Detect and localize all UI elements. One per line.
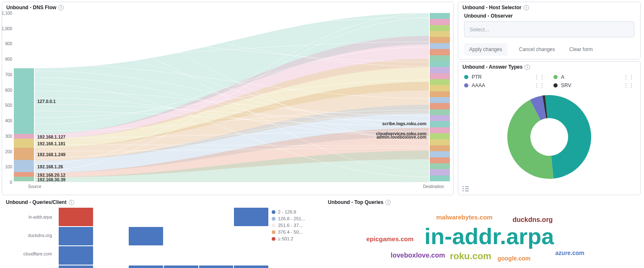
info-icon[interactable]: i	[58, 5, 64, 10]
heatmap-cell[interactable]	[94, 227, 128, 245]
heatmap-cell[interactable]	[129, 265, 163, 268]
heatmap-cell[interactable]	[199, 227, 234, 245]
cancel-changes-button[interactable]: Cancel changes	[517, 46, 558, 53]
sankey-dest-node[interactable]	[430, 115, 450, 121]
sankey-dest-node[interactable]	[430, 109, 450, 115]
qpc-legend-item[interactable]: 126.8 - 251...	[272, 216, 318, 221]
wordcloud-term[interactable]: malwarebytes.com	[436, 214, 492, 221]
legend-item[interactable]: AAAA⋮⋮	[464, 82, 545, 88]
sankey-source-node[interactable]	[14, 134, 34, 139]
info-icon[interactable]: i	[385, 200, 391, 205]
heatmap-cell[interactable]	[94, 246, 128, 265]
legend-item[interactable]: PTR⋮⋮	[464, 74, 545, 80]
heatmap-cell[interactable]	[59, 265, 93, 268]
sankey-source-node[interactable]	[14, 148, 34, 160]
heatmap-cell[interactable]	[129, 246, 163, 265]
qpc-legend-item[interactable]: ≥ 501.2	[272, 236, 318, 241]
sankey-dest-node[interactable]	[430, 31, 450, 37]
wordcloud-term[interactable]: in-addr.arpa	[424, 223, 554, 249]
heatmap-cell[interactable]	[94, 208, 128, 226]
drag-handle-icon[interactable]: ⋮⋮	[623, 82, 634, 88]
info-icon[interactable]: i	[525, 64, 530, 70]
qpc-legend-item[interactable]: 251.6 - 37...	[272, 223, 318, 228]
legend-item[interactable]: SRV⋮⋮	[553, 82, 634, 88]
sankey-dest-node[interactable]	[430, 19, 450, 25]
wordcloud-term[interactable]: duckdns.org	[512, 216, 553, 224]
sankey-source-node[interactable]	[14, 160, 34, 172]
sankey-dest-node[interactable]	[430, 25, 450, 31]
heatmap-cell[interactable]	[59, 208, 93, 226]
info-icon[interactable]: i	[524, 5, 529, 10]
sankey-dest-node[interactable]	[430, 43, 450, 49]
qpc-legend-item[interactable]: 2 - 126.8	[272, 209, 318, 214]
drag-handle-icon[interactable]: ⋮⋮	[534, 82, 545, 88]
legend-dot-icon	[272, 230, 275, 234]
heatmap-cell[interactable]	[234, 227, 268, 245]
sankey-dest-node[interactable]	[430, 169, 450, 175]
sankey-dest-node[interactable]	[430, 157, 450, 163]
heatmap-cell[interactable]	[234, 208, 268, 226]
answer-types-donut[interactable]	[503, 91, 595, 183]
heatmap-cell[interactable]	[129, 208, 163, 226]
sankey-source-node[interactable]	[14, 177, 34, 181]
sankey-source-node[interactable]	[14, 68, 34, 134]
wordcloud-term[interactable]: google.com	[498, 255, 531, 262]
sankey-dest-node[interactable]	[430, 151, 450, 157]
top-queries-wordcloud[interactable]: in-addr.arparoku.comloveboxlove.comduckd…	[328, 206, 638, 260]
sankey-dest-node[interactable]	[430, 85, 450, 91]
heatmap-cell[interactable]	[59, 246, 93, 265]
observer-placeholder: Select...	[470, 26, 489, 33]
clear-form-button[interactable]: Clear form	[567, 46, 595, 53]
wordcloud-term[interactable]: azure.com	[556, 250, 584, 256]
heatmap-cell[interactable]	[199, 208, 234, 226]
sankey-dest-node[interactable]	[430, 121, 450, 127]
heatmap-cell[interactable]	[164, 208, 198, 226]
sankey-dest-node[interactable]	[430, 61, 450, 67]
sankey-dest-node[interactable]	[430, 175, 450, 181]
qpc-legend-item[interactable]: 376.4 - 50...	[272, 229, 318, 234]
sankey-dest-node[interactable]	[430, 67, 450, 73]
sankey-chart[interactable]: 01002003004005006007008009001,0001,100 1…	[14, 13, 450, 188]
sankey-dest-node[interactable]	[430, 55, 450, 61]
sankey-dest-node[interactable]	[430, 127, 450, 133]
sankey-dest-node[interactable]	[430, 79, 450, 85]
y-tick: 600	[5, 88, 12, 92]
heatmap-cell[interactable]	[59, 227, 93, 245]
sankey-dest-node[interactable]	[430, 103, 450, 109]
qpc-heatmap[interactable]	[59, 208, 268, 268]
sankey-dest-node[interactable]	[430, 73, 450, 79]
sankey-dest-node[interactable]	[430, 91, 450, 97]
heatmap-cell[interactable]	[164, 246, 198, 265]
heatmap-cell[interactable]	[234, 265, 268, 268]
heatmap-cell[interactable]	[199, 265, 234, 268]
heatmap-cell[interactable]	[199, 246, 234, 265]
sankey-source-node[interactable]	[14, 172, 34, 177]
observer-select[interactable]: Select...	[464, 21, 634, 37]
heatmap-cell[interactable]	[129, 227, 163, 245]
sankey-source-node[interactable]	[14, 139, 34, 148]
wordcloud-term[interactable]: epicgames.com	[366, 235, 414, 242]
heatmap-cell[interactable]	[164, 227, 198, 245]
sankey-dest-node[interactable]	[430, 37, 450, 43]
sankey-dest-node[interactable]	[430, 145, 450, 151]
wordcloud-term[interactable]: roku.com	[450, 251, 491, 262]
panel-queries-per-client: Unbound - Queries/Client i in-addr.arpad…	[2, 197, 321, 266]
panel-title-text: Unbound - Queries/Client	[6, 199, 67, 205]
sankey-dest-node[interactable]	[430, 97, 450, 103]
heatmap-cell[interactable]	[164, 265, 198, 268]
drag-handle-icon[interactable]: ⋮⋮	[623, 74, 634, 80]
sankey-dest-node[interactable]	[430, 139, 450, 145]
sankey-dest-node[interactable]	[430, 133, 450, 139]
apply-changes-button[interactable]: Apply changes	[464, 43, 507, 56]
info-icon[interactable]: i	[69, 200, 74, 205]
drag-handle-icon[interactable]: ⋮⋮	[534, 74, 545, 80]
sankey-dest-node[interactable]	[430, 49, 450, 55]
sankey-dest-node[interactable]	[430, 163, 450, 169]
legend-item[interactable]: A⋮⋮	[553, 74, 634, 80]
heatmap-cell[interactable]	[94, 265, 128, 268]
list-toggle-icon[interactable]	[462, 186, 469, 191]
heatmap-cell[interactable]	[234, 246, 268, 265]
wordcloud-term[interactable]: loveboxlove.com	[391, 252, 445, 259]
sankey-dest-node[interactable]	[430, 13, 450, 19]
sankey-dest-label: scribe.logs.roku.com	[382, 121, 426, 126]
